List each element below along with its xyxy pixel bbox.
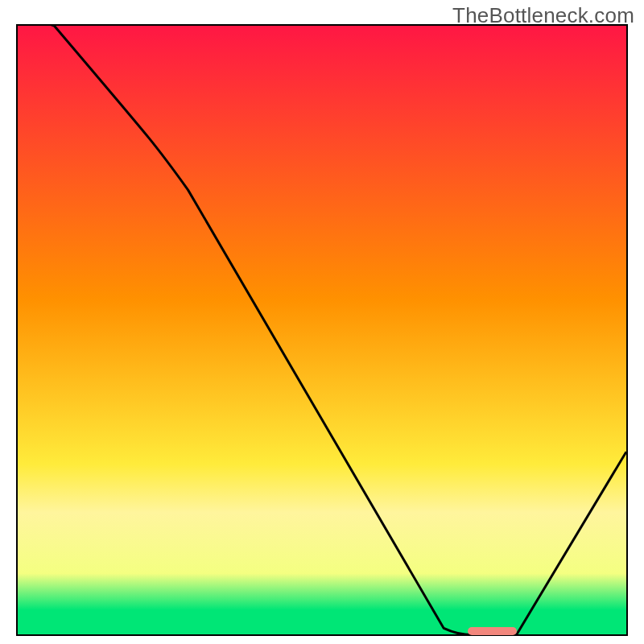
plot-svg xyxy=(18,26,626,634)
chart-frame: TheBottleneck.com xyxy=(0,0,644,644)
optimal-range-marker xyxy=(468,627,516,635)
plot-area xyxy=(16,24,628,636)
background-gradient xyxy=(18,26,626,634)
